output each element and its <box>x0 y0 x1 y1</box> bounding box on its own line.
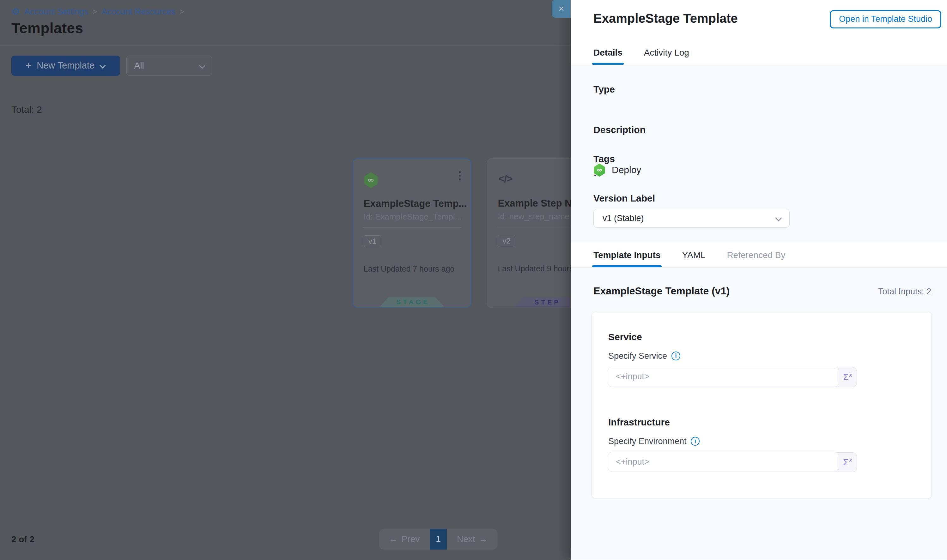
inner-tabstrip: Template Inputs YAML Referenced By <box>571 242 947 268</box>
pagination: ← Prev 1 Next → <box>379 529 498 549</box>
page-title: Templates <box>11 20 83 37</box>
stage-type-badge: STAGE <box>379 297 445 307</box>
infrastructure-section-title: Infrastructure <box>608 417 670 428</box>
inner-tabs: Template Inputs YAML Referenced By <box>593 250 785 267</box>
tab-referenced-by[interactable]: Referenced By <box>727 250 785 267</box>
tab-template-inputs[interactable]: Template Inputs <box>593 250 661 267</box>
code-icon: </> <box>498 172 512 185</box>
inputs-total: Total Inputs: 2 <box>878 287 931 297</box>
new-template-button[interactable]: + New Template <box>11 55 120 76</box>
info-icon[interactable]: i <box>691 437 699 446</box>
details-panel: Type ∞ Deploy Description Tags - Version… <box>571 65 947 242</box>
chevron-down-icon <box>775 212 782 224</box>
total-count: Total: 2 <box>11 104 42 115</box>
service-input-group: Σ x <box>608 367 857 387</box>
prev-page-button[interactable]: ← Prev <box>379 529 430 549</box>
expression-sigma-icon[interactable]: Σ x <box>838 452 857 472</box>
template-inputs-panel: ExampleStage Template (v1) Total Inputs:… <box>571 268 947 560</box>
description-label: Description <box>593 125 645 135</box>
specify-environment-label: Specify Environment <box>608 437 686 446</box>
result-count: 2 of 2 <box>11 534 34 545</box>
prev-label: Prev <box>402 534 420 544</box>
service-section-title: Service <box>608 332 642 342</box>
type-value: Deploy <box>612 165 641 175</box>
breadcrumb-separator: > <box>92 7 97 16</box>
drawer-tabs: Details Activity Log <box>593 48 689 65</box>
card-title: ExampleStage Temp... <box>364 198 466 209</box>
plus-icon: + <box>25 59 32 71</box>
template-card-stage[interactable]: ∞ ⋮ ExampleStage Temp... Id: ExampleStag… <box>352 158 472 308</box>
breadcrumb-account-settings[interactable]: Account Settings <box>24 7 88 17</box>
card-menu-icon[interactable]: ⋮ <box>455 169 465 181</box>
card-divider <box>363 227 461 228</box>
inputs-card: Service Specify Service i Σ x Infrastruc… <box>591 312 932 498</box>
step-type-badge: STEP <box>513 297 579 308</box>
version-select[interactable]: v1 (Stable) <box>593 209 790 228</box>
last-updated: Last Updated 7 hours ago <box>364 265 454 274</box>
info-icon[interactable]: i <box>671 352 680 360</box>
tab-details[interactable]: Details <box>593 48 622 65</box>
version-badge: v1 <box>364 235 381 247</box>
filter-value: All <box>134 61 199 71</box>
open-template-studio-button[interactable]: Open in Template Studio <box>830 10 941 28</box>
tab-yaml[interactable]: YAML <box>682 250 705 267</box>
service-input[interactable] <box>608 367 839 387</box>
breadcrumb-separator: > <box>180 7 184 16</box>
template-type-filter[interactable]: All <box>126 55 212 76</box>
gear-icon: ⚙ <box>11 7 20 17</box>
specify-service-label: Specify Service <box>608 351 667 361</box>
close-icon[interactable]: × <box>552 0 571 18</box>
current-page-button[interactable]: 1 <box>430 529 447 549</box>
type-label: Type <box>593 84 615 95</box>
template-details-drawer: × ExampleStage Template Open in Template… <box>571 0 947 560</box>
inputs-heading: ExampleStage Template (v1) <box>593 285 730 297</box>
chevron-down-icon <box>199 60 205 71</box>
right-arrow-icon: → <box>479 534 488 544</box>
next-page-button[interactable]: Next → <box>447 529 498 549</box>
left-arrow-icon: ← <box>389 534 398 544</box>
expression-sigma-icon[interactable]: Σ x <box>838 367 857 387</box>
tags-value: - <box>593 169 596 180</box>
drawer-header: ExampleStage Template Open in Template S… <box>571 0 947 65</box>
new-template-label: New Template <box>37 60 94 71</box>
breadcrumb-account-resources[interactable]: Account Resources <box>102 7 176 17</box>
breadcrumb: ⚙ Account Settings > Account Resources > <box>11 7 184 17</box>
version-label: Version Label <box>593 193 655 204</box>
drawer-title: ExampleStage Template <box>593 11 738 26</box>
template-type-row: ∞ Deploy <box>593 163 641 177</box>
deploy-hexagon-icon: ∞ <box>364 172 378 188</box>
version-badge: v2 <box>498 235 515 247</box>
version-select-value: v1 (Stable) <box>602 214 775 223</box>
tags-label: Tags <box>593 154 615 164</box>
next-label: Next <box>457 534 475 544</box>
environment-input-group: Σ x <box>608 452 857 472</box>
environment-input[interactable] <box>608 452 839 472</box>
card-id: Id: ExampleStage_Templ... <box>364 212 466 222</box>
chevron-down-icon <box>100 60 106 71</box>
tab-activity-log[interactable]: Activity Log <box>644 48 689 65</box>
